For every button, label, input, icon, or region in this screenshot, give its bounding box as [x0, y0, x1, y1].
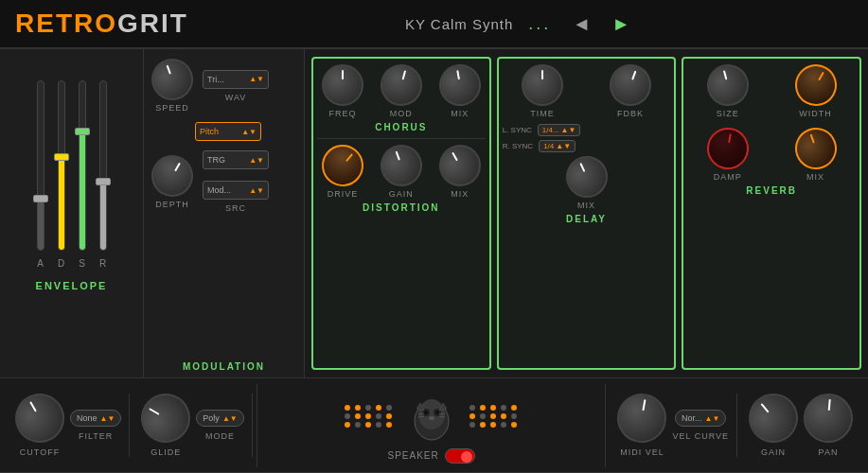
dot — [355, 422, 361, 428]
delay-mix-row: MIX — [503, 156, 671, 210]
tiger-logo — [403, 388, 460, 445]
reverb-damp-label: DAMP — [714, 172, 742, 182]
dot — [386, 413, 392, 419]
dot — [511, 413, 517, 419]
header-center: KY Calm Synth ... ◄ ► — [188, 11, 853, 37]
envelope-label: ENVELOPE — [36, 280, 108, 291]
dot — [365, 405, 371, 411]
dist-mix-col: MIX — [439, 145, 481, 199]
dot — [345, 413, 350, 419]
fader-a-track[interactable] — [37, 80, 44, 251]
dot — [376, 422, 381, 428]
cutoff-knob[interactable] — [6, 384, 73, 451]
chorus-mod-knob[interactable] — [376, 60, 427, 111]
reverb-knobs-bottom: DAMP MIX — [687, 128, 856, 182]
l-sync-dropdown[interactable]: 1/4... ▲▼ — [538, 124, 581, 136]
logo: RETROGRIT — [15, 9, 188, 39]
cutoff-section: CUTOFF None ▲▼ FILTER — [8, 394, 130, 457]
dot — [480, 413, 486, 419]
pitch-dropdown[interactable]: Pitch ▲▼ — [195, 122, 261, 141]
fader-a: A — [37, 80, 44, 269]
preset-dots[interactable]: ... — [528, 14, 551, 34]
fader-d-label: D — [58, 258, 64, 269]
delay-knobs-top: TIME FDBK — [503, 64, 671, 118]
dot — [469, 405, 475, 411]
fader-r-track[interactable] — [99, 80, 107, 251]
speed-label: SPEED — [155, 103, 189, 113]
cutoff-row: CUTOFF None ▲▼ FILTER — [15, 394, 121, 457]
dist-gain-knob[interactable] — [375, 139, 428, 192]
gain-knob[interactable] — [738, 383, 807, 452]
dot — [386, 405, 392, 411]
mode-col: Poly ▲▼ MODE — [196, 410, 243, 441]
reverb-size-label: SIZE — [717, 109, 739, 118]
dot — [376, 405, 381, 411]
glide-section: GLIDE Poly ▲▼ MODE — [133, 394, 252, 457]
nav-next-button[interactable]: ► — [606, 11, 636, 37]
distortion-label: DISTORTION — [317, 202, 486, 213]
depth-knob[interactable] — [144, 147, 201, 203]
dist-drive-label: DRIVE — [328, 189, 359, 199]
dot — [490, 422, 496, 428]
left-dots-grid — [345, 405, 394, 428]
dot — [501, 413, 506, 419]
dist-drive-col: DRIVE — [322, 145, 363, 199]
reverb-damp-knob[interactable] — [703, 125, 752, 173]
delay-time-col: TIME — [522, 64, 563, 118]
reverb-box: SIZE WIDTH DAMP MIX REVERB — [682, 57, 861, 370]
glide-knob[interactable] — [133, 384, 200, 451]
delay-fdbk-label: FDBK — [617, 109, 644, 118]
wav-dropdown[interactable]: Tri... ▲▼ — [203, 70, 269, 89]
reverb-damp-col: DAMP — [707, 128, 749, 182]
delay-fdbk-knob[interactable] — [604, 59, 657, 112]
speaker-toggle-track[interactable] — [445, 448, 475, 464]
delay-time-knob[interactable] — [522, 64, 563, 106]
mod-speed-row: SPEED Tri... ▲▼ WAV — [151, 59, 296, 113]
reverb-width-knob[interactable] — [788, 57, 844, 114]
r-sync-label: R. SYNC — [503, 142, 533, 150]
delay-mix-col: MIX — [566, 156, 608, 210]
dist-mix-knob[interactable] — [432, 137, 488, 194]
gain-knob-col: GAIN — [749, 394, 798, 457]
reverb-knobs-top: SIZE WIDTH — [687, 64, 856, 118]
logo-retro: RETRO — [15, 9, 117, 38]
src-col: TRG ▲▼ Mod... ▲▼ SRC — [203, 150, 269, 213]
src-label: SRC — [203, 203, 269, 213]
depth-label: DEPTH — [155, 200, 189, 209]
midi-vel-knob[interactable] — [613, 390, 670, 447]
chorus-mix-knob[interactable] — [435, 61, 484, 110]
dot — [355, 413, 361, 419]
dot — [365, 422, 371, 428]
filter-col: None ▲▼ FILTER — [70, 410, 121, 441]
fader-s-track[interactable] — [79, 80, 86, 251]
filter-label: FILTER — [79, 431, 113, 441]
reverb-mix-knob[interactable] — [788, 122, 841, 175]
vel-curve-dropdown[interactable]: Nor... ▲▼ — [675, 410, 726, 427]
right-dots-grid — [469, 405, 519, 428]
nav-prev-button[interactable]: ◄ — [566, 11, 596, 37]
reverb-size-knob[interactable] — [702, 60, 753, 111]
wav-arrow: ▲▼ — [249, 75, 264, 83]
r-sync-dropdown[interactable]: 1/4 ▲▼ — [539, 140, 576, 152]
trg-dropdown[interactable]: TRG ▲▼ — [203, 150, 269, 169]
dist-drive-knob[interactable] — [313, 136, 372, 195]
reverb-size-col: SIZE — [707, 64, 749, 118]
fader-d-track[interactable] — [58, 80, 65, 251]
src-dropdown[interactable]: Mod... ▲▼ — [203, 181, 269, 200]
r-sync-row: R. SYNC 1/4 ▲▼ — [503, 140, 671, 152]
speaker-toggle[interactable]: SPEAKER — [387, 448, 474, 464]
cutoff-knob-col: CUTOFF — [15, 394, 64, 457]
delay-time-label: TIME — [530, 109, 555, 118]
speed-knob[interactable] — [146, 53, 199, 106]
speaker-toggle-thumb — [461, 451, 472, 463]
filter-dropdown[interactable]: None ▲▼ — [70, 410, 121, 427]
delay-mix-knob[interactable] — [558, 149, 613, 204]
pan-knob[interactable] — [802, 392, 855, 445]
delay-mix-label: MIX — [577, 201, 595, 210]
mode-dropdown[interactable]: Poly ▲▼ — [196, 410, 243, 427]
midi-vel-col: MIDI VEL — [617, 394, 666, 457]
chorus-mod-label: MOD — [390, 109, 413, 118]
chorus-freq-knob[interactable] — [322, 64, 363, 106]
header: RETROGRIT KY Calm Synth ... ◄ ► — [0, 0, 868, 49]
dist-gain-label: GAIN — [389, 189, 414, 199]
